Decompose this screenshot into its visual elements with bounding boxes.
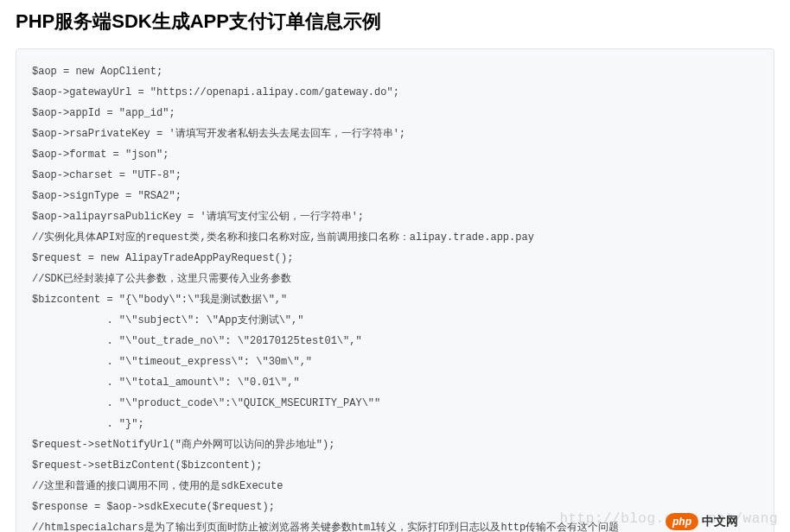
code-block: $aop = new AopClient; $aop->gatewayUrl =… [16,48,774,532]
page-title: PHP服务端SDK生成APP支付订单信息示例 [0,0,790,48]
